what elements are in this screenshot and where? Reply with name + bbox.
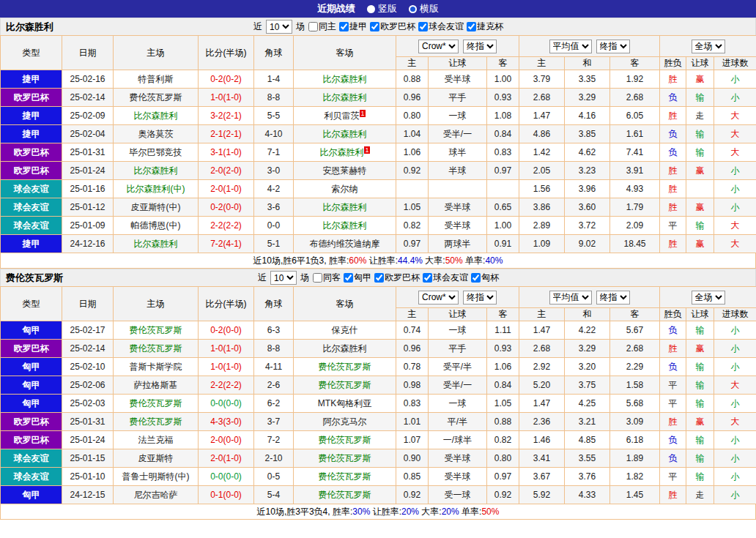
away-team-name[interactable]: 利贝雷茨	[324, 111, 359, 121]
home-team-name[interactable]: 皮亚斯特(中)	[131, 202, 181, 212]
odds-value: 1.06	[396, 143, 429, 162]
checkbox-icon[interactable]	[467, 22, 476, 31]
avg-final-select[interactable]: 终指	[596, 40, 630, 53]
home-team: 皮亚斯特(中)	[114, 198, 199, 217]
result-flag: 大	[714, 125, 756, 143]
checkbox-icon[interactable]	[423, 273, 432, 283]
odds-company-select[interactable]: Crow*	[418, 40, 459, 53]
header-select-cell: Crow*终指	[396, 36, 519, 57]
sub-column-header: 进球数	[714, 57, 756, 70]
scope-select[interactable]: 全场	[692, 291, 725, 305]
home-team-name[interactable]: 尼尔吉哈萨	[134, 490, 178, 500]
checkbox-icon[interactable]	[313, 273, 322, 283]
away-team-name[interactable]: 比尔森胜利	[323, 220, 367, 231]
away-team-name[interactable]: 比尔森胜利	[323, 202, 367, 212]
home-team-name[interactable]: 特普利斯	[138, 74, 174, 84]
away-team-name[interactable]: 安恩莱赫特	[323, 165, 367, 176]
avg-odds-value: 4.33	[565, 486, 610, 504]
avg-select[interactable]: 平均值	[549, 40, 592, 53]
away-team-name[interactable]: 比尔森胜利	[319, 147, 363, 157]
odds-company-select[interactable]: Crow*	[418, 291, 459, 305]
filter-checkbox-欧罗巴杯[interactable]: 欧罗巴杯	[370, 20, 415, 33]
away-team-name[interactable]: 比尔森胜利	[323, 92, 367, 102]
home-team-name[interactable]: 费伦茨瓦罗斯	[130, 343, 182, 354]
corner-score: 1-4	[254, 70, 294, 89]
league-badge: 球会友谊	[1, 217, 62, 235]
scope-select[interactable]: 全场	[692, 40, 725, 53]
away-team-name[interactable]: MTK匈格利亚	[318, 398, 371, 408]
odds-value: 0.97	[396, 235, 429, 253]
home-team-name[interactable]: 帕德博恩(中)	[131, 220, 181, 231]
away-team-name[interactable]: 费伦茨瓦罗斯	[319, 490, 371, 500]
team-section: 比尔森胜利近10场同主捷甲欧罗巴杯球会友谊捷克杯类型日期主场比分(半场)角球客场…	[0, 18, 756, 269]
checkbox-icon[interactable]	[339, 22, 349, 31]
away-team-name[interactable]: 比尔森胜利	[323, 74, 367, 84]
home-team-name[interactable]: 比尔森胜利(中)	[127, 184, 185, 194]
checkbox-icon[interactable]	[374, 273, 384, 283]
filter-checkbox-捷克杯[interactable]: 捷克杯	[467, 20, 503, 33]
away-team-name[interactable]: 费伦茨瓦罗斯	[319, 453, 371, 463]
away-team-name[interactable]: 费伦茨瓦罗斯	[319, 380, 371, 390]
filter-checkbox-球会友谊[interactable]: 球会友谊	[423, 272, 468, 284]
recent-count-select[interactable]: 10	[270, 271, 297, 285]
recent-count-select[interactable]: 10	[266, 20, 292, 34]
away-team-name[interactable]: 阿尔克马尔	[323, 416, 367, 427]
home-team-name[interactable]: 费伦茨瓦罗斯	[130, 325, 182, 335]
home-team-name[interactable]: 毕尔巴鄂竞技	[130, 147, 182, 157]
checkbox-icon[interactable]	[370, 22, 379, 31]
layout-radio-vertical[interactable]: 竖版	[367, 2, 397, 15]
filter-checkbox-label: 同客	[323, 272, 341, 284]
avg-final-select[interactable]: 终指	[596, 291, 630, 305]
away-team-name[interactable]: 比尔森胜利	[323, 343, 367, 354]
radio-icon[interactable]	[367, 5, 375, 13]
filter-checkbox-label: 匈杯	[481, 272, 499, 284]
odds-final-select[interactable]: 终指	[463, 291, 497, 305]
odds-value: 0.82	[487, 431, 519, 449]
home-team-name[interactable]: 费伦茨瓦罗斯	[130, 92, 182, 102]
home-team-name[interactable]: 普鲁士明斯特(中)	[122, 471, 190, 482]
away-team-name[interactable]: 费伦茨瓦罗斯	[319, 435, 371, 445]
filter-checkbox-label: 欧罗巴杯	[385, 272, 420, 284]
away-team-name[interactable]: 费伦茨瓦罗斯	[319, 471, 371, 482]
filter-checkbox-欧罗巴杯[interactable]: 欧罗巴杯	[374, 272, 420, 284]
avg-odds-value: 5.20	[519, 376, 565, 395]
avg-select[interactable]: 平均值	[549, 291, 592, 305]
away-team-name[interactable]: 索尔纳	[332, 184, 358, 194]
home-team-name[interactable]: 比尔森胜利	[134, 111, 178, 121]
home-team-name[interactable]: 奥洛莫茨	[138, 129, 174, 139]
checkbox-icon[interactable]	[471, 273, 481, 283]
home-team-name[interactable]: 法兰克福	[138, 435, 174, 445]
away-team-name[interactable]: 保克什	[332, 325, 358, 335]
match-date: 24-12-16	[62, 235, 114, 253]
home-team-name[interactable]: 普斯卡斯学院	[130, 362, 182, 372]
home-team-name[interactable]: 比尔森胜利	[134, 165, 178, 176]
filter-checkbox-同主[interactable]: 同主	[308, 20, 336, 33]
checkbox-icon[interactable]	[418, 22, 428, 31]
home-team-name[interactable]: 比尔森胜利	[134, 239, 178, 249]
radio-icon[interactable]	[409, 5, 417, 13]
filter-checkbox-匈杯[interactable]: 匈杯	[471, 272, 499, 284]
away-team-name[interactable]: 布德约维茨迪纳摩	[310, 239, 380, 249]
filter-checkbox-球会友谊[interactable]: 球会友谊	[418, 20, 464, 33]
home-team-name[interactable]: 费伦茨瓦罗斯	[130, 416, 182, 427]
home-team-name[interactable]: 皮亚斯特	[138, 453, 174, 463]
filter-checkbox-同客[interactable]: 同客	[313, 272, 341, 284]
filter-checkbox-匈甲[interactable]: 匈甲	[344, 272, 371, 284]
table-row: 欧罗巴杯25-01-24比尔森胜利2-0(2-0)3-0安恩莱赫特0.92半球0…	[1, 162, 756, 180]
home-team-name[interactable]: 费伦茨瓦罗斯	[130, 398, 182, 408]
filter-checkbox-捷甲[interactable]: 捷甲	[339, 20, 367, 33]
match-date: 24-12-15	[62, 486, 114, 504]
odds-final-select[interactable]: 终指	[463, 40, 497, 53]
result-flag: 平	[660, 376, 686, 395]
summary-row: 近10场,胜6平1负3, 胜率:60% 让胜率:44.4% 大率:50% 单率:…	[0, 253, 756, 269]
away-team: 比尔森胜利	[294, 89, 396, 107]
away-team-name[interactable]: 比尔森胜利	[323, 129, 367, 139]
away-team-name[interactable]: 费伦茨瓦罗斯	[319, 362, 371, 372]
checkbox-icon[interactable]	[344, 273, 353, 283]
home-team-name[interactable]: 萨拉格斯基	[134, 380, 178, 390]
layout-radio-horizontal[interactable]: 横版	[409, 2, 439, 15]
page-title: 近期战绩	[317, 2, 355, 15]
away-team: 费伦茨瓦罗斯	[294, 468, 396, 486]
checkbox-icon[interactable]	[308, 22, 318, 31]
score: 0-2(0-0)	[199, 321, 254, 340]
